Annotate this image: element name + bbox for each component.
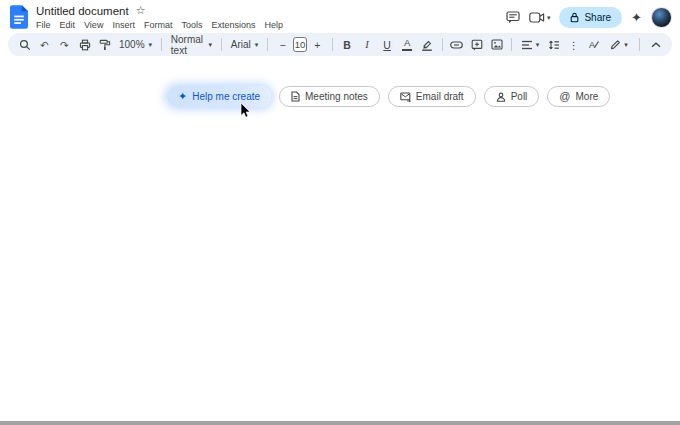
- mouse-cursor-icon: [240, 103, 251, 119]
- chip-help-me-create[interactable]: ✦ Help me create: [167, 86, 271, 107]
- at-symbol-icon: @: [559, 91, 570, 102]
- svg-text:A: A: [589, 40, 595, 50]
- toolbar-right-cluster: A ▾: [584, 36, 665, 54]
- zoom-select[interactable]: 100% ▾: [115, 39, 156, 50]
- google-docs-logo-icon[interactable]: [10, 5, 28, 33]
- bold-button[interactable]: B: [338, 36, 357, 54]
- menu-tools[interactable]: Tools: [181, 20, 202, 30]
- undo-icon[interactable]: ↶: [35, 36, 54, 54]
- toolbar-divider: [332, 38, 333, 51]
- align-icon[interactable]: ▾: [517, 36, 543, 54]
- star-document-icon[interactable]: ☆: [136, 5, 146, 16]
- building-block-chips: ✦ Help me create Meeting notes Email dra…: [167, 86, 610, 107]
- chip-label: Email draft: [416, 91, 464, 102]
- toolbar-divider: [161, 38, 162, 51]
- share-button-label: Share: [584, 12, 611, 23]
- toolbar-divider: [442, 38, 443, 51]
- hide-menus-icon[interactable]: [646, 36, 665, 54]
- style-caret-icon: ▾: [209, 41, 213, 48]
- toolbar-divider: [639, 38, 640, 51]
- person-icon: [496, 92, 506, 102]
- italic-button[interactable]: I: [358, 36, 377, 54]
- header-main: Untitled document ☆ File Edit View Inser…: [36, 4, 506, 30]
- menu-view[interactable]: View: [84, 20, 103, 30]
- toolbar-divider: [267, 38, 268, 51]
- toolbar-divider: [511, 38, 512, 51]
- toolbar: ↶ ↷ 100% ▾ Normal text ▾ Arial ▾ − 10 + …: [8, 33, 672, 56]
- menu-insert[interactable]: Insert: [112, 20, 135, 30]
- zoom-caret-icon: ▾: [149, 41, 153, 48]
- text-color-icon: A: [402, 38, 412, 51]
- header-actions: ▾ Share ✦: [506, 4, 672, 28]
- document-icon: [291, 91, 300, 102]
- chip-email-draft[interactable]: Email draft: [388, 86, 476, 107]
- bottom-edge-bar: [0, 421, 680, 425]
- user-avatar[interactable]: [651, 7, 672, 28]
- increase-font-size-button[interactable]: +: [308, 36, 327, 54]
- font-caret-icon: ▾: [255, 41, 259, 48]
- line-spacing-icon[interactable]: [544, 36, 563, 54]
- editing-mode-caret-icon: ▾: [624, 41, 628, 48]
- font-value: Arial: [231, 39, 251, 50]
- add-comment-icon[interactable]: [467, 36, 486, 54]
- envelope-icon: [400, 92, 411, 102]
- insert-link-icon[interactable]: [447, 36, 466, 54]
- document-title[interactable]: Untitled document: [36, 5, 129, 17]
- highlight-color-icon[interactable]: [418, 36, 437, 54]
- redo-icon[interactable]: ↷: [55, 36, 74, 54]
- document-canvas[interactable]: ✦ Help me create Meeting notes Email dra…: [0, 56, 680, 421]
- document-title-row: Untitled document ☆: [36, 4, 506, 17]
- zoom-value: 100%: [119, 39, 145, 50]
- menu-format[interactable]: Format: [144, 20, 173, 30]
- text-color-button[interactable]: A: [398, 36, 417, 54]
- paragraph-style-select[interactable]: Normal text ▾: [167, 34, 216, 56]
- paint-format-icon[interactable]: [95, 36, 114, 54]
- menu-help[interactable]: Help: [264, 20, 283, 30]
- chip-label: Poll: [511, 91, 528, 102]
- print-icon[interactable]: [75, 36, 94, 54]
- search-menus-icon[interactable]: [15, 36, 34, 54]
- share-button[interactable]: Share: [559, 7, 622, 28]
- open-comments-icon[interactable]: [506, 11, 520, 24]
- menu-extensions[interactable]: Extensions: [211, 20, 255, 30]
- chip-more[interactable]: @ More: [547, 86, 610, 107]
- more-options-icon[interactable]: ⋮: [564, 36, 583, 54]
- toolbar-divider: [221, 38, 222, 51]
- app-header: Untitled document ☆ File Edit View Inser…: [0, 0, 680, 33]
- chip-label: Meeting notes: [305, 91, 368, 102]
- insert-image-icon[interactable]: [487, 36, 506, 54]
- gemini-sparkle-icon[interactable]: ✦: [631, 11, 642, 24]
- join-call-caret-icon[interactable]: ▾: [547, 14, 551, 21]
- chip-poll[interactable]: Poll: [484, 86, 540, 107]
- menu-bar: File Edit View Insert Format Tools Exten…: [36, 20, 506, 30]
- menu-edit[interactable]: Edit: [60, 20, 76, 30]
- lock-icon: [570, 12, 579, 23]
- editing-mode-icon[interactable]: ▾: [605, 36, 633, 54]
- sparkle-icon: ✦: [178, 91, 187, 102]
- decrease-font-size-button[interactable]: −: [273, 36, 292, 54]
- underline-button[interactable]: U: [378, 36, 397, 54]
- chip-label: More: [576, 91, 599, 102]
- pen-tool-icon[interactable]: A: [584, 36, 603, 54]
- font-size-field[interactable]: 10: [293, 37, 307, 52]
- menu-file[interactable]: File: [36, 20, 51, 30]
- align-caret-icon: ▾: [536, 41, 540, 48]
- chip-label: Help me create: [192, 91, 260, 102]
- chip-meeting-notes[interactable]: Meeting notes: [279, 86, 380, 107]
- paragraph-style-value: Normal text: [171, 34, 205, 56]
- join-call-icon[interactable]: ▾: [529, 12, 551, 23]
- font-select[interactable]: Arial ▾: [227, 39, 263, 50]
